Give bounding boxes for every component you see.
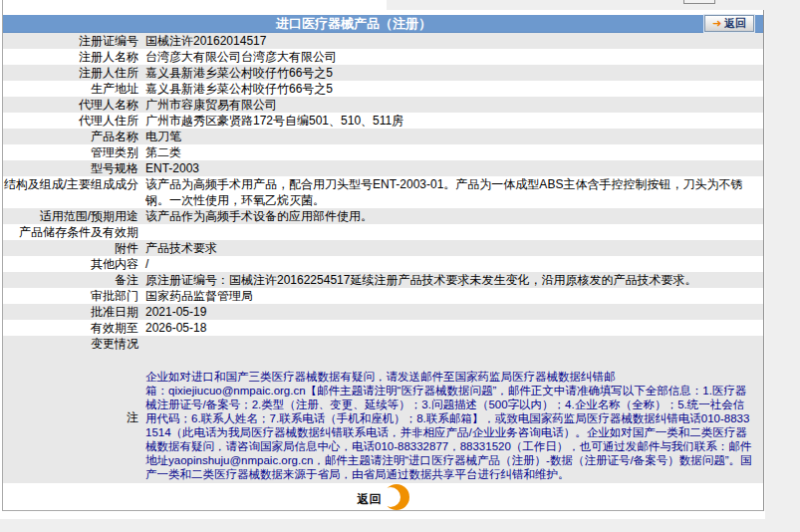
table-row: 注册人名称 台湾彦大有限公司台湾彦大有限公司 xyxy=(3,49,763,65)
field-value: 国械注许20162014517 xyxy=(145,33,763,49)
table-row: 批准日期 2021-05-19 xyxy=(3,304,763,320)
table-row: 注册人住所 嘉义县新港乡菜公村咬仔竹66号之5 xyxy=(3,65,763,81)
field-label: 管理类别 xyxy=(3,144,145,160)
field-value: 2026-05-18 xyxy=(145,320,763,336)
field-value: 嘉义县新港乡菜公村咬仔竹66号之5 xyxy=(145,65,763,81)
field-label: 适用范围/预期用途 xyxy=(3,208,145,224)
field-value: ENT-2003 xyxy=(145,160,763,176)
field-label: 生产地址 xyxy=(3,81,145,97)
table-row: 附件 产品技术要求 xyxy=(3,240,763,256)
back-button[interactable]: ➜ 返回 xyxy=(704,15,754,32)
detail-table: 注册证编号 国械注许20162014517 注册人名称 台湾彦大有限公司台湾彦大… xyxy=(3,33,763,352)
table-row: 结构及组成/主要组成成分 该产品为高频手术用产品，配合用刀头型号ENT-2003… xyxy=(3,176,763,208)
field-label: 备注 xyxy=(3,272,145,288)
page-bottom-margin xyxy=(0,519,800,532)
cutoff-button-fragment xyxy=(683,0,715,4)
field-label: 注册人住所 xyxy=(3,65,145,81)
field-value: 原注册证编号：国械注许20162254517延续注册产品技术要求未发生变化，沿用… xyxy=(145,272,763,288)
note-text: 企业如对进口和国产三类医疗器械数据有疑问，请发送邮件至国家药监局医疗器械数据纠错… xyxy=(145,352,763,483)
page-right-margin xyxy=(765,0,800,532)
return-button-label: 返回 xyxy=(358,491,382,508)
table-row: 代理人名称 广州市容康贸易有限公司 xyxy=(3,97,763,113)
field-value: 广州市越秀区豪贤路172号自编501、510、511房 xyxy=(145,113,763,129)
field-value: 嘉义县新港乡菜公村咬仔竹66号之5 xyxy=(145,81,763,97)
table-row: 生产地址 嘉义县新港乡菜公村咬仔竹66号之5 xyxy=(3,81,763,97)
field-value xyxy=(145,336,763,352)
field-label: 批准日期 xyxy=(3,304,145,320)
field-label: 结构及组成/主要组成成分 xyxy=(3,176,145,208)
table-row: 有效期至 2026-05-18 xyxy=(3,320,763,336)
page-title: 进口医疗器械产品（注册） xyxy=(3,15,704,32)
table-row: 产品储存条件及有效期 xyxy=(3,224,763,240)
panel-footer: 返回 xyxy=(3,483,763,510)
field-label: 其他内容 xyxy=(3,256,145,272)
field-label: 代理人名称 xyxy=(3,97,145,113)
field-label: 产品名称 xyxy=(3,129,145,144)
field-label: 代理人住所 xyxy=(3,113,145,129)
registration-detail-panel: 进口医疗器械产品（注册） ➜ 返回 注册证编号 国械注许20162014517 … xyxy=(2,0,764,511)
field-value xyxy=(145,224,763,240)
field-label: 变更情况 xyxy=(3,336,145,352)
field-label: 注册证编号 xyxy=(3,33,145,49)
field-label: 产品储存条件及有效期 xyxy=(3,224,145,240)
panel-header: 进口医疗器械产品（注册） ➜ 返回 xyxy=(3,15,763,33)
field-label: 有效期至 xyxy=(3,320,145,336)
arrow-right-icon: ➜ xyxy=(712,18,721,29)
table-row: 审批部门 国家药品监督管理局 xyxy=(3,288,763,304)
table-row: 管理类别 第二类 xyxy=(3,144,763,160)
field-value: 国家药品监督管理局 xyxy=(145,288,763,304)
field-value: 电刀笔 xyxy=(145,129,763,144)
field-value: 广州市容康贸易有限公司 xyxy=(145,97,763,113)
return-button[interactable]: 返回 xyxy=(358,484,409,510)
field-value: 产品技术要求 xyxy=(145,240,763,256)
table-row: 代理人住所 广州市越秀区豪贤路172号自编501、510、511房 xyxy=(3,113,763,129)
field-value: 第二类 xyxy=(145,144,763,160)
note-row: 注 企业如对进口和国产三类医疗器械数据有疑问，请发送邮件至国家药监局医疗器械数据… xyxy=(3,352,763,483)
return-circle-inner-icon xyxy=(381,487,400,507)
table-row: 其他内容 / xyxy=(3,256,763,272)
back-button-label: 返回 xyxy=(724,18,746,29)
table-row: 产品名称 电刀笔 xyxy=(3,129,763,144)
field-value: 该产品为高频手术用产品，配合用刀头型号ENT-2003-01。产品为一体成型AB… xyxy=(145,176,763,208)
table-row: 注册证编号 国械注许20162014517 xyxy=(3,33,763,49)
table-row: 适用范围/预期用途 该产品作为高频手术设备的应用部件使用。 xyxy=(3,208,763,224)
field-value: 该产品作为高频手术设备的应用部件使用。 xyxy=(145,208,763,224)
table-row: 备注 原注册证编号：国械注许20162254517延续注册产品技术要求未发生变化… xyxy=(3,272,763,288)
field-value: 台湾彦大有限公司台湾彦大有限公司 xyxy=(145,49,763,65)
field-label: 注册人名称 xyxy=(3,49,145,65)
table-row: 变更情况 xyxy=(3,336,763,352)
table-row: 型号规格 ENT-2003 xyxy=(3,160,763,176)
note-label: 注 xyxy=(3,409,145,426)
field-label: 审批部门 xyxy=(3,288,145,304)
field-label: 型号规格 xyxy=(3,160,145,176)
field-value: 2021-05-19 xyxy=(145,304,763,320)
field-value: / xyxy=(145,256,763,272)
field-label: 附件 xyxy=(3,240,145,256)
